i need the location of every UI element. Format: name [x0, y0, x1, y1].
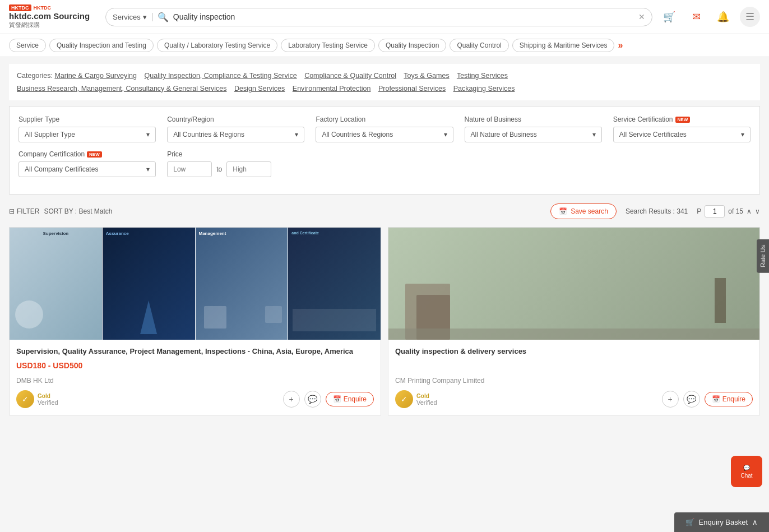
tag-lab-testing[interactable]: Laboratory Testing Service [281, 39, 375, 52]
nature-of-business-select[interactable]: All Nature of Business ▾ [465, 127, 602, 142]
product-footer-1: ✓ Gold Verified + 💬 📅 Enquire [16, 390, 374, 408]
product-price-1: USD180 - USD500 [16, 361, 374, 370]
product-img-2[interactable] [388, 228, 759, 340]
product-company-2[interactable]: CM Printing Company Limited [395, 377, 753, 385]
product-card-1: Supervision Assurance Management and Cer… [9, 227, 381, 415]
add-button-1[interactable]: + [283, 391, 300, 408]
service-cert-label: Service Certification NEW [613, 115, 751, 123]
page-input[interactable] [705, 205, 725, 218]
page-next-button[interactable]: ∨ [755, 207, 760, 215]
save-search-button[interactable]: 📅 Save search [550, 203, 617, 219]
enquire-button-1[interactable]: 📅 Enquire [326, 392, 374, 406]
page-prev-button[interactable]: ∧ [747, 207, 752, 215]
verified-text-2: Gold Verified [416, 393, 437, 406]
gold-icon-2: ✓ [395, 390, 413, 408]
chevron-down-icon: ▾ [143, 13, 147, 21]
company-cert-label: Company Certification NEW [18, 150, 156, 158]
tag-quality-inspection-testing[interactable]: Quality Inspection and Testing [49, 39, 154, 52]
rate-us-tab[interactable]: Rate Us [757, 239, 769, 273]
cat-environmental[interactable]: Environmental Protection [293, 85, 371, 92]
price-row: to [167, 161, 304, 177]
main-content: Categories: Marine & Cargo Surveying Qua… [0, 57, 769, 422]
search-icon: 🔍 [157, 12, 169, 22]
action-btns-1: + 💬 📅 Enquire [283, 391, 374, 408]
sort-label: SORT BY : Best Match [44, 207, 112, 215]
search-input[interactable] [173, 12, 634, 21]
service-cert-chevron: ▾ [741, 131, 744, 138]
factory-location-chevron: ▾ [444, 131, 447, 138]
tag-quality-inspection[interactable]: Quality Inspection [378, 39, 446, 52]
company-cert-group: Company Certification NEW All Company Ce… [18, 150, 156, 177]
country-region-label: Country/Region [167, 115, 304, 123]
bell-button[interactable]: 🔔 [713, 7, 733, 27]
logo-badge: HKTDC [9, 4, 31, 11]
logo-top: HKTDC HKTDC [9, 4, 99, 11]
gold-icon-1: ✓ [16, 390, 34, 408]
company-cert-value: All Company Certificates [25, 165, 98, 173]
enquire-button-2[interactable]: 📅 Enquire [705, 392, 753, 406]
cat-marine-cargo[interactable]: Marine & Cargo Surveying [54, 72, 137, 80]
cat-professional-services[interactable]: Professional Services [378, 85, 446, 92]
more-tags-arrow[interactable]: » [618, 40, 623, 50]
page-label: P [697, 207, 701, 215]
company-cert-new-badge: NEW [87, 151, 102, 158]
price-high-input[interactable] [226, 161, 271, 177]
cat-design-services[interactable]: Design Services [234, 85, 285, 92]
chat-button-2[interactable]: 💬 [683, 391, 700, 408]
filter-button[interactable]: ⊟ FILTER [9, 207, 39, 215]
product-title-1[interactable]: Supervision, Quality Assurance, Project … [16, 346, 374, 357]
services-dropdown[interactable]: Services ▾ [113, 13, 153, 21]
mail-button[interactable]: ✉ [686, 7, 706, 27]
price-low-input[interactable] [167, 161, 212, 177]
filter-icon: ⊟ [9, 207, 15, 215]
country-region-select[interactable]: All Countries & Regions ▾ [167, 127, 304, 142]
product-info-1: Supervision, Quality Assurance, Project … [10, 340, 381, 415]
supplier-type-select[interactable]: All Supplier Type ▾ [18, 127, 156, 142]
menu-button[interactable]: ☰ [740, 7, 760, 27]
cat-compliance-quality[interactable]: Compliance & Quality Control [304, 72, 396, 80]
product-footer-2: ✓ Gold Verified + 💬 📅 Enquire [395, 390, 753, 408]
cat-packaging[interactable]: Packaging Services [453, 85, 515, 92]
service-cert-select[interactable]: All Service Certificates ▾ [613, 127, 751, 142]
logo-chinese: 貿發網採購 [9, 21, 99, 29]
price-to-label: to [216, 165, 222, 173]
results-bar: ⊟ FILTER SORT BY : Best Match 📅 Save sea… [9, 201, 760, 221]
clear-icon[interactable]: ✕ [638, 12, 645, 21]
product-price-spacer-2 [395, 361, 753, 377]
product-info-2: Quality inspection & delivery services C… [388, 340, 759, 415]
collage-label-4: and Certificate [291, 231, 319, 235]
company-cert-select[interactable]: All Company Certificates ▾ [18, 161, 156, 177]
add-button-2[interactable]: + [662, 391, 679, 408]
product-company-1[interactable]: DMB HK Ltd [16, 377, 374, 385]
img-panel-certificate: and Certificate [288, 228, 381, 340]
supplier-type-label: Supplier Type [18, 115, 156, 123]
product-title-2[interactable]: Quality inspection & delivery services [395, 346, 753, 357]
tag-service[interactable]: Service [9, 39, 46, 52]
page-of-label: of 15 [728, 207, 743, 215]
company-cert-chevron: ▾ [146, 165, 150, 173]
action-btns-2: + 💬 📅 Enquire [662, 391, 753, 408]
tag-quality-control[interactable]: Quality Control [450, 39, 508, 52]
save-search-icon: 📅 [559, 207, 567, 215]
chat-button-1[interactable]: 💬 [304, 391, 321, 408]
cat-toys-games[interactable]: Toys & Games [404, 72, 449, 80]
service-cert-value: All Service Certificates [619, 131, 687, 138]
supplier-type-group: Supplier Type All Supplier Type ▾ [18, 115, 156, 142]
img-panel-assurance: Assurance [103, 228, 195, 340]
gold-verified-1: ✓ Gold Verified [16, 390, 58, 408]
filter-row-1: Supplier Type All Supplier Type ▾ Countr… [18, 115, 751, 142]
logo-name[interactable]: hktdc.com Sourcing [9, 11, 99, 21]
categories-section: Categories: Marine & Cargo Surveying Qua… [9, 64, 760, 100]
factory-location-select[interactable]: All Countries & Regions ▾ [316, 127, 453, 142]
cat-quality-inspection-compliance[interactable]: Quality Inspection, Compliance & Testing… [145, 72, 297, 80]
country-region-value: All Countries & Regions [173, 131, 244, 138]
cart-button[interactable]: 🛒 [659, 7, 679, 27]
collage-label-2: Assurance [106, 231, 129, 236]
cat-testing-services[interactable]: Testing Services [457, 72, 508, 80]
cat-business-research[interactable]: Business Research, Management, Consultan… [17, 85, 227, 92]
logo-area: HKTDC HKTDC hktdc.com Sourcing 貿發網採購 [9, 4, 99, 29]
product-img-1[interactable]: Supervision Assurance Management and Cer… [10, 228, 381, 340]
tag-quality-lab-testing[interactable]: Quality / Laboratory Testing Service [157, 39, 277, 52]
tags-bar: Service Quality Inspection and Testing Q… [0, 34, 769, 57]
tag-shipping-maritime[interactable]: Shipping & Maritime Services [512, 39, 615, 52]
